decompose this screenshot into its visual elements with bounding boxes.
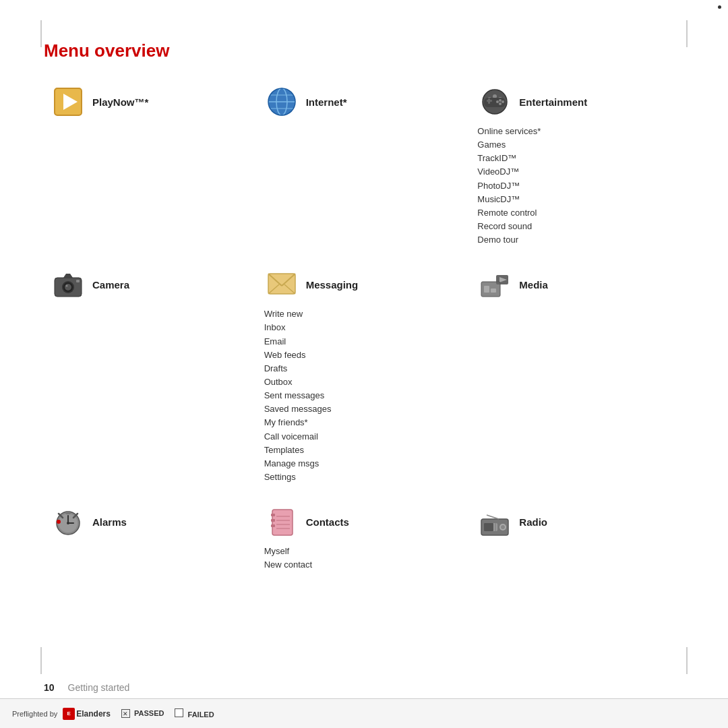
camera-icon (51, 267, 86, 302)
section-header-camera: Camera (51, 267, 251, 302)
section-header-messaging: Messaging (264, 267, 464, 302)
svg-rect-42 (484, 286, 489, 293)
section-header-internet: Internet* (264, 84, 464, 119)
svg-point-29 (65, 284, 71, 291)
failed-section: FAILED (175, 708, 214, 719)
entertainment-items: Online services* Games TrackID™ VideoDJ™… (477, 125, 677, 247)
internet-icon (264, 84, 299, 119)
section-contacts: Contacts Myself New contact (257, 497, 471, 585)
list-item: Call voicemail (264, 430, 464, 444)
svg-point-30 (66, 285, 68, 287)
border-top-right (686, 20, 688, 47)
section-title-internet: Internet* (306, 96, 347, 108)
svg-rect-54 (272, 510, 293, 535)
media-icon (477, 267, 512, 302)
list-item: Drafts (264, 362, 464, 375)
svg-rect-57 (271, 519, 275, 522)
section-radio: Radio (471, 497, 684, 585)
messaging-items: Write new Inbox Email Web feeds Drafts O… (264, 307, 464, 484)
svg-point-67 (501, 525, 505, 529)
preflighted-label: Preflighted by (12, 710, 57, 718)
section-header-entertainment: Entertainment (477, 84, 677, 119)
svg-point-21 (502, 100, 504, 103)
section-playnow: PlayNow™* (44, 78, 257, 260)
list-item: Saved messages (264, 402, 464, 416)
entertainment-icon (477, 84, 512, 119)
svg-rect-31 (76, 280, 80, 282)
section-title-contacts: Contacts (306, 516, 349, 528)
section-entertainment: Entertainment Online services* Games Tra… (471, 78, 684, 260)
svg-point-20 (499, 99, 502, 102)
list-item: Web feeds (264, 348, 464, 362)
section-title-playnow: PlayNow™* (92, 96, 148, 108)
svg-point-23 (499, 102, 502, 105)
svg-rect-43 (491, 289, 496, 293)
section-title-media: Media (519, 279, 548, 291)
list-item: Online services* (477, 125, 677, 138)
failed-label: FAILED (188, 710, 214, 719)
section-internet: Internet* (257, 78, 471, 260)
section-title-alarms: Alarms (92, 516, 127, 528)
list-item: Inbox (264, 321, 464, 334)
section-title-entertainment: Entertainment (519, 96, 587, 108)
list-item: Write new (264, 307, 464, 321)
page-footer: 10 Getting started (44, 682, 129, 693)
list-item: Demo tour (477, 233, 677, 247)
list-item: Remote control (477, 206, 677, 220)
svg-rect-19 (488, 98, 490, 104)
page-title: Menu overview (44, 40, 684, 61)
elanders-name: Elanders (76, 709, 111, 719)
section-header-media: Media (477, 267, 677, 302)
list-item: Games (477, 138, 677, 152)
border-bottom-left (40, 647, 42, 674)
section-header-alarms: Alarms (51, 504, 251, 539)
list-item: TrackID™ (477, 152, 677, 165)
page-number: 10 (44, 682, 55, 693)
alarms-icon (51, 504, 86, 539)
messaging-icon (264, 267, 299, 302)
list-item: My friends* (264, 416, 464, 429)
list-item: PhotoDJ™ (477, 179, 677, 193)
radio-icon (477, 504, 512, 539)
section-header-contacts: Contacts (264, 504, 464, 539)
svg-marker-26 (63, 274, 73, 278)
list-item: MusicDJ™ (477, 193, 677, 206)
svg-line-68 (487, 515, 499, 519)
contacts-items: Myself New contact (264, 545, 464, 572)
list-item: Email (264, 335, 464, 348)
list-item: Sent messages (264, 389, 464, 402)
section-messaging: Messaging Write new Inbox Email Web feed… (257, 260, 471, 497)
section-title-radio: Radio (519, 516, 547, 528)
svg-rect-56 (271, 514, 275, 516)
section-alarms: Alarms (44, 497, 257, 585)
svg-rect-70 (484, 523, 493, 531)
list-item: New contact (264, 558, 464, 572)
list-item: Outbox (264, 375, 464, 389)
section-title-camera: Camera (92, 279, 129, 291)
menu-grid: PlayNow™* Internet* (44, 78, 684, 585)
passed-section: ✕ PASSED (121, 709, 164, 719)
svg-rect-69 (495, 523, 496, 531)
elanders-logo: E Elanders (63, 708, 111, 720)
list-item: Record sound (477, 220, 677, 233)
svg-point-22 (496, 100, 499, 103)
svg-point-53 (57, 520, 61, 524)
section-camera: Camera (44, 260, 257, 497)
section-media: Media (471, 260, 684, 497)
passed-checkbox: ✕ (121, 709, 130, 718)
svg-rect-58 (271, 524, 275, 527)
contacts-icon (264, 504, 299, 539)
elanders-icon: E (63, 708, 75, 720)
failed-checkbox (175, 708, 183, 717)
svg-point-49 (67, 522, 69, 524)
list-item: Templates (264, 444, 464, 457)
svg-rect-52 (65, 511, 71, 514)
bottom-bar: Preflighted by E Elanders ✕ PASSED FAILE… (0, 698, 728, 728)
border-top-left (40, 20, 42, 47)
section-header-radio: Radio (477, 504, 677, 539)
list-item: Myself (264, 545, 464, 558)
page-content: Menu overview PlayNow™* (44, 40, 684, 667)
passed-label: PASSED (134, 709, 164, 717)
list-item: VideoDJ™ (477, 165, 677, 179)
page-label: Getting started (68, 682, 130, 693)
